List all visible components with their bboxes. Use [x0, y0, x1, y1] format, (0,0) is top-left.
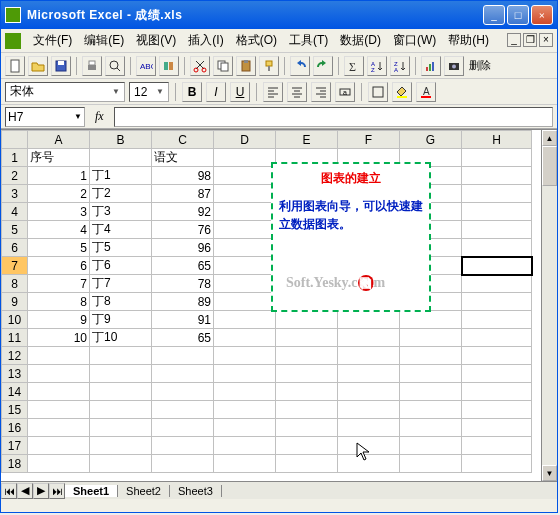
cell[interactable] — [338, 401, 400, 419]
cell[interactable] — [214, 347, 276, 365]
cell[interactable] — [152, 437, 214, 455]
cell[interactable] — [338, 419, 400, 437]
cell[interactable] — [214, 383, 276, 401]
cell[interactable] — [152, 455, 214, 473]
doc-restore-button[interactable]: ❐ — [523, 33, 537, 47]
cell[interactable] — [462, 383, 532, 401]
cell[interactable]: 丁8 — [90, 293, 152, 311]
cell[interactable] — [28, 365, 90, 383]
cell[interactable] — [400, 437, 462, 455]
cell[interactable] — [214, 185, 276, 203]
align-right-button[interactable] — [311, 82, 331, 102]
cell[interactable]: 6 — [28, 257, 90, 275]
cell[interactable]: 序号 — [28, 149, 90, 167]
row-header[interactable]: 15 — [2, 401, 28, 419]
cell[interactable]: 丁9 — [90, 311, 152, 329]
cell[interactable]: 丁3 — [90, 203, 152, 221]
cell[interactable] — [152, 347, 214, 365]
scroll-thumb[interactable] — [542, 146, 557, 186]
col-header-B[interactable]: B — [90, 131, 152, 149]
row-header[interactable]: 14 — [2, 383, 28, 401]
cell[interactable]: 98 — [152, 167, 214, 185]
delete-label[interactable]: 删除 — [469, 58, 491, 73]
menu-file[interactable]: 文件(F) — [27, 29, 78, 52]
cell[interactable] — [28, 455, 90, 473]
cell[interactable] — [28, 347, 90, 365]
cell[interactable] — [214, 221, 276, 239]
bold-button[interactable]: B — [182, 82, 202, 102]
cell[interactable] — [338, 311, 400, 329]
print-preview-button[interactable] — [105, 56, 125, 76]
row-header[interactable]: 9 — [2, 293, 28, 311]
cell[interactable] — [338, 437, 400, 455]
cell[interactable]: 87 — [152, 185, 214, 203]
cell[interactable] — [400, 401, 462, 419]
cell[interactable] — [462, 401, 532, 419]
save-button[interactable] — [51, 56, 71, 76]
cell[interactable] — [338, 383, 400, 401]
row-header[interactable]: 4 — [2, 203, 28, 221]
cell[interactable] — [214, 311, 276, 329]
cell[interactable] — [462, 455, 532, 473]
cell[interactable] — [338, 329, 400, 347]
cell[interactable]: 3 — [28, 203, 90, 221]
redo-button[interactable] — [313, 56, 333, 76]
cell[interactable] — [462, 203, 532, 221]
cell[interactable]: 89 — [152, 293, 214, 311]
cell[interactable]: 8 — [28, 293, 90, 311]
cell[interactable] — [400, 347, 462, 365]
cell[interactable] — [276, 401, 338, 419]
cell[interactable] — [462, 149, 532, 167]
cell[interactable]: 丁5 — [90, 239, 152, 257]
new-button[interactable] — [5, 56, 25, 76]
scroll-down-button[interactable]: ▼ — [542, 465, 557, 481]
cell[interactable] — [214, 455, 276, 473]
cell[interactable] — [90, 383, 152, 401]
row-header[interactable]: 16 — [2, 419, 28, 437]
camera-button[interactable] — [444, 56, 464, 76]
cell[interactable] — [462, 293, 532, 311]
cell[interactable] — [338, 365, 400, 383]
spreadsheet-grid[interactable]: A B C D E F G H 1序号语文 21丁198 32丁287 43丁3… — [1, 130, 532, 473]
cell[interactable]: 65 — [152, 329, 214, 347]
autosum-button[interactable]: Σ — [344, 56, 364, 76]
cell[interactable] — [338, 455, 400, 473]
cell[interactable] — [462, 329, 532, 347]
cell[interactable]: 丁2 — [90, 185, 152, 203]
close-button[interactable]: × — [531, 5, 553, 25]
cell[interactable]: 10 — [28, 329, 90, 347]
cell[interactable] — [276, 437, 338, 455]
doc-close-button[interactable]: × — [539, 33, 553, 47]
sort-desc-button[interactable]: ZA — [390, 56, 410, 76]
cell[interactable] — [214, 401, 276, 419]
row-header[interactable]: 3 — [2, 185, 28, 203]
sheet-tab-3[interactable]: Sheet3 — [170, 485, 222, 497]
active-cell[interactable] — [462, 257, 532, 275]
row-header[interactable]: 6 — [2, 239, 28, 257]
cell[interactable] — [214, 167, 276, 185]
merge-center-button[interactable]: a — [335, 82, 355, 102]
cell[interactable]: 78 — [152, 275, 214, 293]
cell[interactable] — [28, 401, 90, 419]
scroll-up-button[interactable]: ▲ — [542, 130, 557, 146]
cell[interactable] — [462, 437, 532, 455]
cell[interactable] — [400, 329, 462, 347]
cell[interactable] — [90, 437, 152, 455]
col-header-H[interactable]: H — [462, 131, 532, 149]
cell[interactable] — [400, 365, 462, 383]
cell[interactable] — [214, 275, 276, 293]
cell[interactable] — [338, 347, 400, 365]
italic-button[interactable]: I — [206, 82, 226, 102]
cell[interactable] — [90, 419, 152, 437]
cell[interactable] — [90, 455, 152, 473]
cell[interactable] — [214, 419, 276, 437]
cell[interactable] — [276, 455, 338, 473]
research-button[interactable] — [159, 56, 179, 76]
cell[interactable] — [462, 239, 532, 257]
cell[interactable] — [28, 437, 90, 455]
cell[interactable] — [214, 203, 276, 221]
tab-prev-button[interactable]: ◀ — [17, 483, 33, 499]
cell[interactable] — [152, 419, 214, 437]
cell[interactable] — [276, 347, 338, 365]
select-all-button[interactable] — [2, 131, 28, 149]
